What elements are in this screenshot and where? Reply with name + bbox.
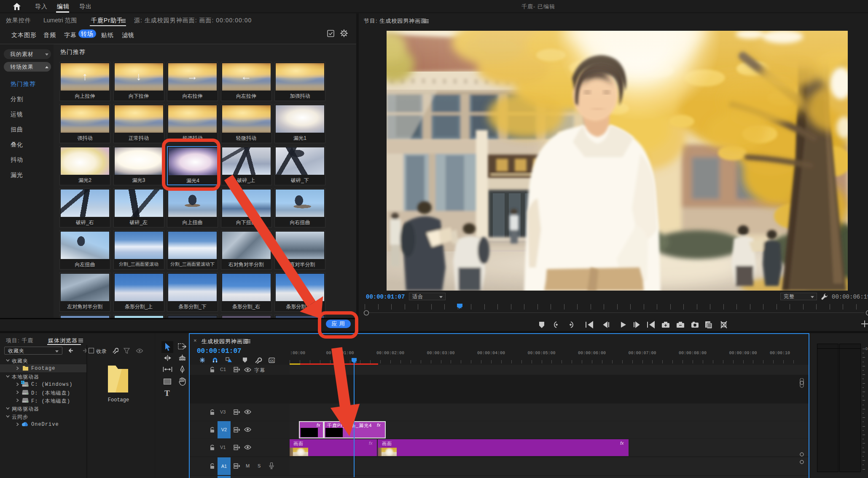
svg-text:CC: CC — [270, 359, 274, 362]
